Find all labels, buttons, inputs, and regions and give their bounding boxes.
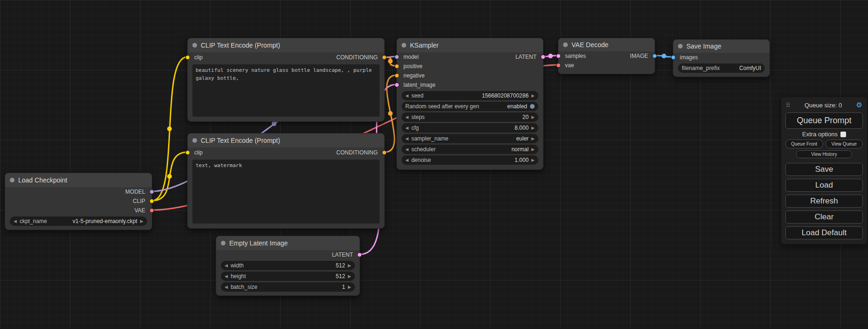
widget-width[interactable]: ◀ width 512 ▶ [221,261,355,270]
extra-options-checkbox[interactable] [840,132,846,137]
clear-button[interactable]: Clear [785,210,863,224]
load-button[interactable]: Load [785,179,863,192]
widget-batch-size[interactable]: ◀ batch_size 1 ▶ [221,282,355,292]
stepper-left-icon[interactable]: ◀ [14,219,17,224]
output-dot-conditioning[interactable] [382,150,387,155]
input-dot-positive[interactable] [395,64,399,69]
widget-scheduler[interactable]: ◀ scheduler normal ▶ [402,145,538,154]
stepper-left-icon[interactable]: ◀ [225,285,228,289]
output-dot-clip[interactable] [149,199,154,203]
collapse-dot-icon[interactable] [678,44,683,49]
node-graph-canvas[interactable]: Load Checkpoint MODEL CLIP VAE ◀ ckpt_na… [0,0,868,329]
node-title-bar[interactable]: Save Image [673,40,769,53]
collapse-dot-icon[interactable] [221,241,226,245]
widget-steps[interactable]: ◀ steps 20 ▶ [402,112,538,122]
input-slot-positive: positive [397,62,543,71]
output-dot-model[interactable] [149,189,154,194]
input-slot-images: images [673,53,769,62]
input-label-samples: samples [565,53,586,59]
widget-ckpt-name[interactable]: ◀ ckpt_name v1-5-pruned-emaonly.ckpt ▶ [10,217,147,226]
stepper-right-icon[interactable]: ▶ [348,264,351,268]
stepper-right-icon[interactable]: ▶ [140,219,143,224]
collapse-dot-icon[interactable] [192,43,197,48]
input-dot-clip[interactable] [185,55,190,60]
node-title-bar[interactable]: CLIP Text Encode (Prompt) [188,38,384,52]
stepper-left-icon[interactable]: ◀ [405,158,409,162]
collapse-dot-icon[interactable] [402,43,406,48]
output-dot-latent[interactable] [541,55,545,59]
node-clip-text-encode-negative[interactable]: CLIP Text Encode (Prompt) clip CONDITION… [187,133,385,229]
collapse-dot-icon[interactable] [563,42,568,47]
widget-seed[interactable]: ◀ seed 156680208700286 ▶ [402,91,538,100]
widget-label: denoise [411,157,431,163]
view-history-button[interactable]: View History [796,150,852,158]
stepper-right-icon[interactable]: ▶ [531,115,535,119]
node-title-bar[interactable]: VAE Decode [558,38,655,51]
output-dot-conditioning[interactable] [382,55,387,60]
widget-label: Random seed after every gen [405,103,479,110]
stepper-left-icon[interactable]: ◀ [405,147,409,152]
node-title-bar[interactable]: CLIP Text Encode (Prompt) [188,133,384,147]
node-load-checkpoint[interactable]: Load Checkpoint MODEL CLIP VAE ◀ ckpt_na… [5,173,152,230]
output-dot-image[interactable] [652,54,657,58]
stepper-right-icon[interactable]: ▶ [531,126,535,130]
node-save-image[interactable]: Save Image images filename_prefix ComfyU… [673,39,770,77]
collapse-dot-icon[interactable] [192,138,197,143]
stepper-left-icon[interactable]: ◀ [405,94,409,98]
drag-handle-icon[interactable]: ⠿ [786,102,790,109]
input-dot-model[interactable] [395,55,399,59]
link-midpoint-dot [167,174,172,179]
input-dot-clip[interactable] [185,150,190,155]
input-dot-latent-image[interactable] [395,83,399,87]
widget-sampler-name[interactable]: ◀ sampler_name euler ▶ [402,134,538,143]
node-empty-latent-image[interactable]: Empty Latent Image LATENT ◀ width 512 ▶ … [216,236,360,296]
node-clip-text-encode-positive[interactable]: CLIP Text Encode (Prompt) clip CONDITION… [187,38,385,122]
queue-prompt-button[interactable]: Queue Prompt [785,112,863,129]
stepper-right-icon[interactable]: ▶ [348,274,351,279]
load-default-button[interactable]: Load Default [785,226,863,239]
output-dot-vae[interactable] [149,208,154,213]
node-ksampler[interactable]: KSampler model LATENT positive negative … [396,38,543,170]
output-label-conditioning: CONDITIONING [336,149,378,156]
node-title: Save Image [686,42,721,50]
input-dot-vae[interactable] [556,63,561,68]
stepper-right-icon[interactable]: ▶ [531,137,535,141]
save-button[interactable]: Save [785,163,863,176]
view-queue-button[interactable]: View Queue [826,140,863,148]
link-midpoint-dot [388,111,393,116]
stepper-right-icon[interactable]: ▶ [531,94,535,98]
input-dot-samples[interactable] [556,54,561,58]
input-dot-images[interactable] [671,55,676,60]
toggle-dot-icon[interactable] [530,104,535,109]
stepper-right-icon[interactable]: ▶ [531,158,535,162]
queue-front-button[interactable]: Queue Front [785,140,823,148]
output-dot-latent[interactable] [357,252,362,257]
widget-filename-prefix[interactable]: filename_prefix ComfyUI [678,63,765,73]
stepper-left-icon[interactable]: ◀ [225,274,228,279]
node-title-bar[interactable]: Load Checkpoint [5,173,152,187]
stepper-left-icon[interactable]: ◀ [405,126,409,130]
widget-value: normal [511,146,529,153]
stepper-left-icon[interactable]: ◀ [405,115,409,119]
collapse-dot-icon[interactable] [10,178,14,182]
widget-random-seed-toggle[interactable]: Random seed after every gen enabled [402,102,538,111]
stepper-left-icon[interactable]: ◀ [405,137,409,141]
widget-cfg[interactable]: ◀ cfg 8.000 ▶ [402,123,538,133]
positive-prompt-textarea[interactable]: beautiful scenery nature glass bottle la… [192,64,380,117]
node-vae-decode[interactable]: VAE Decode samples IMAGE vae [558,38,655,74]
stepper-right-icon[interactable]: ▶ [531,147,535,152]
settings-gear-icon[interactable]: ⚙ [856,101,862,109]
stepper-right-icon[interactable]: ▶ [348,285,351,289]
node-title-bar[interactable]: KSampler [397,38,543,52]
output-slot-clip: CLIP [5,196,152,206]
negative-prompt-textarea[interactable]: text, watermark [192,160,380,224]
refresh-button[interactable]: Refresh [785,195,863,208]
widget-height[interactable]: ◀ height 512 ▶ [221,272,355,281]
input-label-positive: positive [403,63,423,70]
stepper-left-icon[interactable]: ◀ [225,264,228,268]
node-title-bar[interactable]: Empty Latent Image [216,236,360,250]
slot-row: model LATENT [397,52,543,62]
input-dot-negative[interactable] [395,73,399,78]
widget-denoise[interactable]: ◀ denoise 1.000 ▶ [402,155,538,165]
input-slot-vae: vae [558,61,655,70]
